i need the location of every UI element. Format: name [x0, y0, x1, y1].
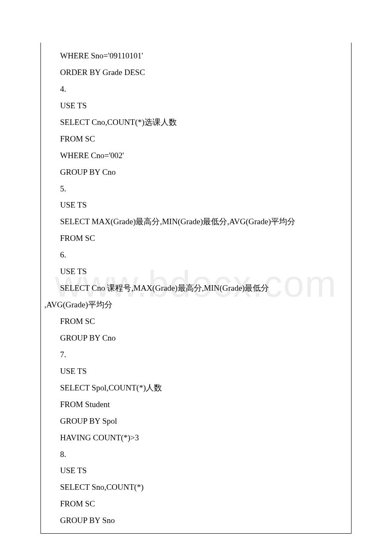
code-line: 8.	[41, 446, 351, 463]
code-line: SELECT Spol,COUNT(*)人数	[41, 380, 351, 396]
code-line: 5.	[41, 181, 351, 197]
code-line: GROUP BY Cno	[41, 164, 351, 181]
document-page: www.bdocx.com WHERE Sno='09110101'ORDER …	[0, 0, 392, 555]
code-line: SELECT Cno,COUNT(*)选课人数	[41, 114, 351, 131]
code-line: FROM SC	[41, 313, 351, 330]
code-line: FROM Student	[41, 396, 351, 413]
code-line: FROM SC	[41, 131, 351, 147]
code-line: WHERE Sno='09110101'	[41, 48, 351, 64]
code-line: USE TS	[41, 98, 351, 114]
code-line: SELECT Cno 课程号,MAX(Grade)最高分,MIN(Grade)最…	[41, 280, 351, 297]
code-line: USE TS	[41, 263, 351, 280]
code-line: GROUP BY Spol	[41, 413, 351, 430]
code-line: 4.	[41, 81, 351, 98]
code-line: FROM SC	[41, 230, 351, 247]
code-line: USE TS	[41, 197, 351, 214]
code-line: SELECT Sno,COUNT(*)	[41, 479, 351, 496]
code-line: GROUP BY Cno	[41, 330, 351, 347]
code-line: USE TS	[41, 462, 351, 479]
code-line: ,AVG(Grade)平均分	[41, 297, 351, 313]
code-line: WHERE Cno='002'	[41, 147, 351, 164]
code-line: HAVING COUNT(*)>3	[41, 430, 351, 446]
code-line: SELECT MAX(Grade)最高分,MIN(Grade)最低分,AVG(G…	[41, 214, 351, 230]
code-line: 6.	[41, 247, 351, 263]
code-line: 7.	[41, 347, 351, 363]
code-content-box: WHERE Sno='09110101'ORDER BY Grade DESC4…	[40, 43, 352, 534]
code-line: FROM SC	[41, 496, 351, 512]
content-wrapper: WHERE Sno='09110101'ORDER BY Grade DESC4…	[40, 43, 352, 534]
code-line: GROUP BY Sno	[41, 512, 351, 529]
code-line: ORDER BY Grade DESC	[41, 64, 351, 81]
code-line: USE TS	[41, 363, 351, 380]
